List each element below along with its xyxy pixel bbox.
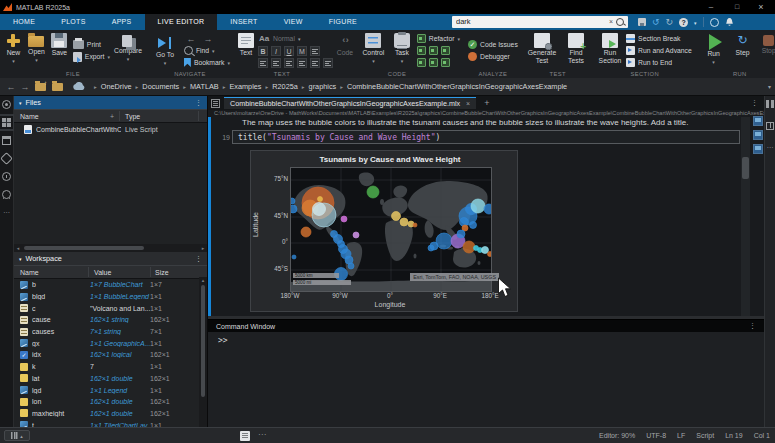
command-window[interactable]: Command Window >> xyxy=(208,320,764,427)
parallel-icon[interactable] xyxy=(2,190,11,199)
output-thumbnail[interactable] xyxy=(753,144,763,154)
column-value[interactable]: Value xyxy=(94,269,111,276)
navigate-back-icon[interactable] xyxy=(184,34,198,44)
style-dropdown[interactable]: Normal xyxy=(273,35,295,42)
source-control-icon[interactable] xyxy=(0,152,13,165)
workspace-panel-menu-icon[interactable] xyxy=(195,255,202,263)
editor-scrollbar[interactable] xyxy=(741,117,750,316)
status-item[interactable]: Script xyxy=(696,432,714,439)
go-to-button[interactable]: Go To xyxy=(150,32,180,67)
workspace-row[interactable]: causes 7×1 string 7×1 xyxy=(14,326,207,338)
files-panel-header[interactable]: Files xyxy=(14,96,207,109)
address-dropdown-icon[interactable] xyxy=(768,83,771,90)
close-tab-icon[interactable] xyxy=(466,100,470,107)
files-panel-icon[interactable] xyxy=(2,136,11,145)
status-item[interactable]: LF xyxy=(677,432,685,439)
up-folder-icon[interactable] xyxy=(35,83,46,91)
workspace-row[interactable]: idx 162×1 logical 162×1 xyxy=(14,349,207,361)
rename-symbol-icon[interactable] xyxy=(441,46,450,55)
menu-tab-view[interactable]: VIEW xyxy=(271,14,316,30)
breadcrumb-item[interactable]: MATLAB xyxy=(188,82,221,91)
monospace-button[interactable]: M xyxy=(297,46,307,56)
workspace-browser-icon[interactable] xyxy=(2,100,11,109)
breadcrumb-item[interactable]: OneDrive xyxy=(99,82,134,91)
figure-output[interactable]: Tsunamis by Cause and Wave Height Latitu… xyxy=(250,150,518,312)
expand-code-icon[interactable] xyxy=(429,58,438,67)
column-divider[interactable] xyxy=(198,111,199,121)
status-item[interactable]: Col 1 xyxy=(754,432,770,439)
format-painter-icon[interactable] xyxy=(310,46,320,56)
run-to-end-button[interactable]: Run to End xyxy=(626,57,692,68)
workspace-row[interactable]: gx 1×1 GeographicA... 1×1 xyxy=(14,337,207,349)
file-row[interactable]: CombineBubbleChartWithO... Live Script xyxy=(14,123,207,135)
breadcrumb-item[interactable]: Documents xyxy=(140,82,181,91)
compare-button[interactable]: Compare xyxy=(114,32,142,63)
run-and-advance-button[interactable]: Run and Advance xyxy=(626,45,692,56)
quick-save-icon[interactable] xyxy=(638,18,646,26)
code-issues-button[interactable]: Code Issues xyxy=(468,39,518,50)
convert-script-icon[interactable] xyxy=(417,58,426,67)
clear-search-icon[interactable] xyxy=(606,18,616,25)
help-icon[interactable] xyxy=(679,18,688,27)
status-item[interactable]: UTF-8 xyxy=(646,432,666,439)
menu-tab-insert[interactable]: INSERT xyxy=(217,14,270,30)
more-panels-icon[interactable] xyxy=(2,208,11,217)
menu-tab-figure[interactable]: FIGURE xyxy=(316,14,370,30)
forward-icon[interactable] xyxy=(18,82,32,92)
column-divider[interactable] xyxy=(88,267,89,277)
workspace-row[interactable]: cause 162×1 string 162×1 xyxy=(14,314,207,326)
column-size[interactable]: Size xyxy=(155,269,169,276)
menu-tab-plots[interactable]: PLOTS xyxy=(48,14,98,30)
help-dropdown-icon[interactable] xyxy=(694,14,697,31)
step-button[interactable]: Step xyxy=(731,32,753,57)
bookmark-button[interactable]: Bookmark xyxy=(184,57,230,68)
search-icon[interactable] xyxy=(616,18,624,26)
run-button[interactable]: Run xyxy=(700,32,728,66)
output-thumbnail[interactable] xyxy=(753,116,763,126)
workspace-row[interactable]: k 7 1×1 xyxy=(14,361,207,373)
collapse-panel-icon[interactable] xyxy=(19,100,22,106)
scrollbar-thumb[interactable] xyxy=(24,246,144,250)
breadcrumb-item[interactable]: CombineBubbleChartWithOtherGraphicsInGeo… xyxy=(345,82,569,91)
column-divider[interactable] xyxy=(150,267,151,277)
minimize-button[interactable] xyxy=(699,0,723,14)
workspace-row[interactable]: lat 162×1 double 162×1 xyxy=(14,373,207,385)
workspace-scrollbar[interactable] xyxy=(199,277,207,431)
text-button[interactable]: Text xyxy=(238,32,254,57)
inline-variable-icon[interactable] xyxy=(429,46,438,55)
stop-button[interactable]: Stop xyxy=(758,32,775,55)
column-name[interactable]: Name xyxy=(14,269,39,276)
status-item[interactable]: Editor: 90% xyxy=(599,432,635,439)
workspace-row[interactable]: maxheight 162×1 double 162×1 xyxy=(14,408,207,420)
scroll-up-icon[interactable] xyxy=(199,277,207,283)
community-icon[interactable] xyxy=(710,18,719,27)
export-button[interactable]: Export xyxy=(73,51,110,62)
run-section-button[interactable]: Run Section xyxy=(598,32,622,65)
notifications-bell-icon[interactable] xyxy=(725,17,734,27)
layout-columns-icon[interactable] xyxy=(766,100,774,108)
open-button[interactable]: Open xyxy=(27,32,46,64)
align-right-icon[interactable] xyxy=(284,58,294,68)
rich-text-paragraph[interactable]: The map uses the bubble colors to illust… xyxy=(242,118,747,127)
section-break-button[interactable]: Section Break xyxy=(626,33,692,44)
status-document-icon[interactable] xyxy=(240,431,250,441)
task-button[interactable]: Task xyxy=(391,32,413,65)
search-box[interactable] xyxy=(452,16,628,28)
refactor-button[interactable]: Refactor xyxy=(417,33,460,44)
workspace-row[interactable]: blgd 1×1 BubbleLegend 1×1 xyxy=(14,291,207,303)
redo-icon[interactable] xyxy=(666,14,674,30)
find-tests-button[interactable]: Find Tests xyxy=(562,32,590,65)
workspace-row[interactable]: c "Volcano and Lan... 1×1 xyxy=(14,302,207,314)
editor-tab[interactable]: CombineBubbleChartWithOtherGraphicsInGeo… xyxy=(224,97,476,110)
debugger-button[interactable]: Debugger xyxy=(468,51,510,62)
files-panel-menu-icon[interactable] xyxy=(195,99,202,107)
column-name[interactable]: Name xyxy=(14,113,39,120)
new-tab-icon[interactable] xyxy=(484,98,489,108)
scroll-left-icon[interactable] xyxy=(14,245,22,251)
tab-overflow-menu-icon[interactable] xyxy=(751,99,758,107)
breadcrumb-item[interactable]: R2025a xyxy=(270,82,300,91)
collapse-panel-icon[interactable] xyxy=(19,256,22,262)
code-line[interactable]: title("Tsunamis by Cause and Wave Height… xyxy=(232,130,740,144)
numbered-list-icon[interactable] xyxy=(310,58,320,68)
live-editor-content[interactable]: The map uses the bubble colors to illust… xyxy=(208,117,764,316)
